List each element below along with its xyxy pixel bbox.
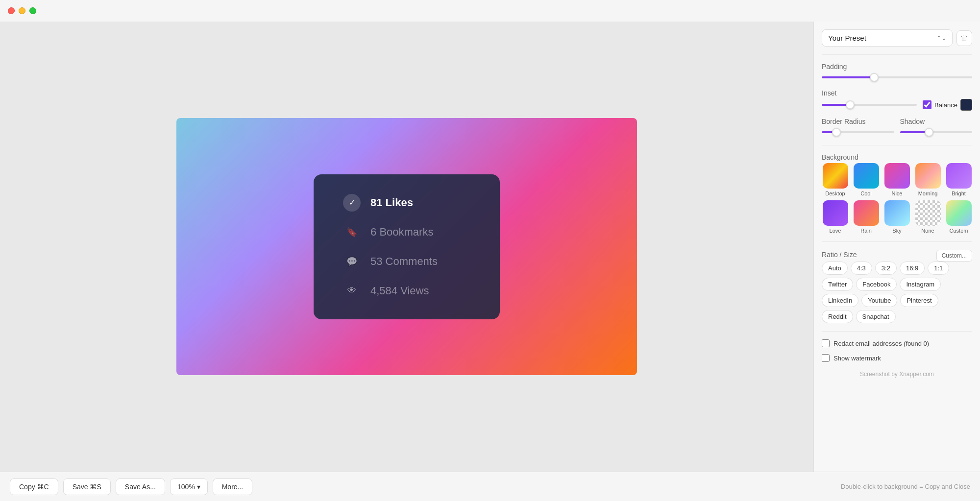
minimize-button[interactable] xyxy=(19,7,25,14)
ratio-pill-youtube[interactable]: Youtube xyxy=(861,294,897,307)
inset-track xyxy=(822,104,917,106)
custom-size-button[interactable]: Custom... xyxy=(936,250,972,262)
save-as-button[interactable]: Save As... xyxy=(116,478,165,495)
comments-row: 💬 53 Comments xyxy=(343,253,470,270)
ratio-pill-linkedin[interactable]: LinkedIn xyxy=(822,294,858,307)
shadow-track xyxy=(900,131,973,133)
inset-section: Inset Balance xyxy=(822,89,972,111)
bg-item-nice[interactable]: Nice xyxy=(883,163,910,196)
watermark-row: Show watermark xyxy=(822,354,972,362)
background-section: Background DesktopCoolNiceMorningBrightL… xyxy=(822,153,972,234)
ratio-pill-auto[interactable]: Auto xyxy=(822,262,848,275)
watermark-checkbox[interactable] xyxy=(822,354,830,362)
padding-label: Padding xyxy=(822,63,972,71)
views-row: 👁 4,584 Views xyxy=(343,282,470,300)
stats-card: ✓ 81 Likes 🔖 6 Bookmarks 💬 53 Comments 👁… xyxy=(314,174,500,319)
delete-preset-button[interactable]: 🗑 xyxy=(956,30,972,46)
bottom-bar: Copy ⌘C Save ⌘S Save As... 100% ▾ More..… xyxy=(0,472,980,501)
redact-row: Redact email addresses (found 0) xyxy=(822,339,972,347)
comment-icon: 💬 xyxy=(343,253,361,270)
bg-item-cool[interactable]: Cool xyxy=(853,163,880,196)
preset-select[interactable]: Your Preset ⌃⌄ xyxy=(822,29,953,47)
redact-checkbox[interactable] xyxy=(822,339,830,347)
ratio-pill-3-2[interactable]: 3:2 xyxy=(875,262,897,275)
ratio-pill-twitter[interactable]: Twitter xyxy=(822,278,853,291)
preset-label: Your Preset xyxy=(828,34,866,42)
bg-item-desktop[interactable]: Desktop xyxy=(822,163,849,196)
ratio-pills: Auto4:33:216:91:1TwitterFacebookInstagra… xyxy=(822,262,972,323)
border-radius-track xyxy=(822,131,894,133)
bg-item-sky[interactable]: Sky xyxy=(883,200,910,234)
bg-swatch-bright xyxy=(946,163,972,189)
views-text: 4,584 Views xyxy=(370,285,429,297)
likes-count: 81 Likes xyxy=(370,196,413,209)
divider3 xyxy=(822,241,972,242)
redact-label: Redact email addresses (found 0) xyxy=(833,340,929,347)
ratio-section: Ratio / Size Custom... Auto4:33:216:91:1… xyxy=(822,250,972,323)
save-button[interactable]: Save ⌘S xyxy=(63,478,111,495)
shadow-label: Shadow xyxy=(900,118,973,125)
inset-slider[interactable] xyxy=(822,100,917,110)
bg-name-none: None xyxy=(921,228,934,234)
padding-thumb[interactable] xyxy=(870,73,879,82)
zoom-label: 100% xyxy=(177,483,195,491)
ratio-pill-instagram[interactable]: Instagram xyxy=(900,278,941,291)
comments-text: 53 Comments xyxy=(370,255,438,268)
right-panel: Your Preset ⌃⌄ 🗑 Padding Inset xyxy=(813,22,980,472)
ratio-pill-4-3[interactable]: 4:3 xyxy=(851,262,872,275)
chevron-updown-icon: ⌃⌄ xyxy=(936,35,946,42)
bg-swatch-cool xyxy=(854,163,879,189)
bookmark-icon: 🔖 xyxy=(343,223,361,241)
bg-name-rain: Rain xyxy=(860,228,872,234)
ratio-pill-16-9[interactable]: 16:9 xyxy=(900,262,925,275)
copy-button[interactable]: Copy ⌘C xyxy=(10,478,58,495)
zoom-chevron-icon: ▾ xyxy=(197,483,200,491)
bg-swatch-rain xyxy=(854,200,879,226)
bg-item-custom[interactable]: Custom xyxy=(945,200,972,234)
ratio-pill-facebook[interactable]: Facebook xyxy=(856,278,897,291)
divider2 xyxy=(822,145,972,145)
bg-item-morning[interactable]: Morning xyxy=(914,163,941,196)
padding-slider[interactable] xyxy=(822,72,972,82)
padding-track xyxy=(822,76,972,78)
bg-swatch-sky xyxy=(884,200,910,226)
bg-name-cool: Cool xyxy=(860,191,872,196)
zoom-button[interactable]: 100% ▾ xyxy=(170,478,208,495)
ratio-pill-pinterest[interactable]: Pinterest xyxy=(900,294,938,307)
preset-row: Your Preset ⌃⌄ 🗑 xyxy=(822,29,972,47)
bg-name-desktop: Desktop xyxy=(825,191,845,196)
balance-row: Balance xyxy=(923,99,972,111)
color-swatch[interactable] xyxy=(960,99,972,111)
more-button[interactable]: More... xyxy=(213,478,253,495)
shadow-slider[interactable] xyxy=(900,127,973,137)
maximize-button[interactable] xyxy=(29,7,36,14)
preview-image: ✓ 81 Likes 🔖 6 Bookmarks 💬 53 Comments 👁… xyxy=(176,118,637,375)
ratio-pill-1-1[interactable]: 1:1 xyxy=(928,262,949,275)
border-radius-label: Border Radius xyxy=(822,118,894,125)
bg-swatch-nice xyxy=(884,163,910,189)
ratio-pill-snapchat[interactable]: Snapchat xyxy=(856,310,896,323)
bg-swatch-none xyxy=(915,200,941,226)
close-button[interactable] xyxy=(8,7,15,14)
border-radius-slider[interactable] xyxy=(822,127,894,137)
bg-item-bright[interactable]: Bright xyxy=(945,163,972,196)
shadow-thumb[interactable] xyxy=(925,128,933,137)
shadow-section: Shadow xyxy=(900,118,973,137)
divider4 xyxy=(822,331,972,332)
eye-icon: 👁 xyxy=(343,282,361,300)
border-radius-thumb[interactable] xyxy=(832,128,841,137)
bg-item-none[interactable]: None xyxy=(914,200,941,234)
border-radius-section: Border Radius xyxy=(822,118,894,137)
border-shadow-section: Border Radius Shadow xyxy=(822,118,972,137)
bg-name-custom: Custom xyxy=(950,228,968,234)
background-grid: DesktopCoolNiceMorningBrightLoveRainSkyN… xyxy=(822,163,972,234)
main-area: ✓ 81 Likes 🔖 6 Bookmarks 💬 53 Comments 👁… xyxy=(0,22,980,472)
bg-item-love[interactable]: Love xyxy=(822,200,849,234)
ratio-pill-reddit[interactable]: Reddit xyxy=(822,310,853,323)
bg-swatch-morning xyxy=(915,163,941,189)
inset-thumb[interactable] xyxy=(846,100,855,109)
balance-checkbox[interactable] xyxy=(923,100,931,109)
bg-item-rain[interactable]: Rain xyxy=(853,200,880,234)
bg-swatch-custom xyxy=(946,200,972,226)
canvas-area[interactable]: ✓ 81 Likes 🔖 6 Bookmarks 💬 53 Comments 👁… xyxy=(0,22,813,472)
